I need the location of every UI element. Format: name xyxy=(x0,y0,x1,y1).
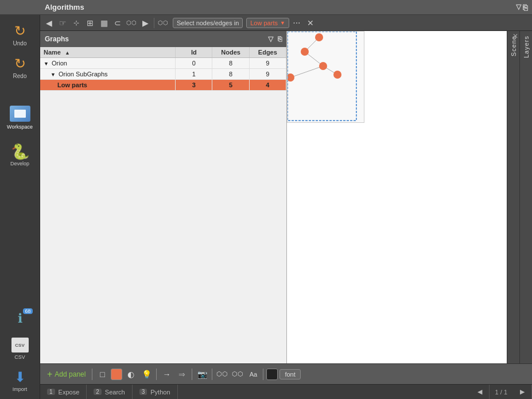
info-icon: ℹ 68 xyxy=(10,309,30,328)
nodes-tool-icon[interactable]: ⬡⬡ xyxy=(215,367,229,381)
lasso-icon[interactable]: ⊂ xyxy=(111,17,124,29)
develop-label: Develop xyxy=(10,161,29,166)
middle-area: Graphs ▽ ⎘ Name ▲ Id xyxy=(40,31,532,363)
nav-next-button[interactable]: ▶ xyxy=(513,385,532,400)
text-layout-icon[interactable]: Aa xyxy=(246,367,260,381)
sidebar-bottom: ℹ 68 CSV CSV ⬇ Import xyxy=(0,304,40,399)
graphs-title: Graphs xyxy=(45,35,69,43)
import-button[interactable]: ⬇ Import xyxy=(3,366,37,394)
status-tab-expose[interactable]: 1 Expose xyxy=(40,385,87,400)
bulb-icon[interactable]: 💡 xyxy=(139,367,153,381)
graph-name-text: Low parts xyxy=(250,20,278,26)
undo-icon: ↺ xyxy=(10,22,30,40)
more-options-button[interactable]: ··· xyxy=(290,17,303,29)
sort-arrow: ▲ xyxy=(65,50,70,56)
workspace-icon xyxy=(10,104,30,123)
tree-collapse-icon: ▼ xyxy=(44,61,49,67)
select-nodes-label: Select nodes/edges in xyxy=(173,18,243,28)
nodes-icon[interactable]: ⬡⬡ xyxy=(125,17,138,29)
algo-link-icon[interactable]: ⎘ xyxy=(523,3,527,12)
camera-icon[interactable]: 📷 xyxy=(195,367,209,381)
graphs-collapse-icon[interactable]: ▽ xyxy=(268,35,273,43)
row-id: 1 xyxy=(176,69,212,80)
left-top-bar xyxy=(0,0,40,15)
font-button[interactable]: font xyxy=(279,369,300,379)
play-icon[interactable]: ▶ xyxy=(139,17,152,29)
badge-button[interactable]: ℹ 68 xyxy=(3,307,37,330)
undo-label: Undo xyxy=(13,40,27,47)
minimap xyxy=(287,31,364,123)
scene-panel: ✕ Scene xyxy=(507,31,519,363)
import-icon: ⬇ xyxy=(10,368,30,386)
svg-point-5 xyxy=(301,48,309,56)
nodes-icon-2[interactable]: ⬡⬡ xyxy=(157,17,169,29)
redo-button[interactable]: ↻ Redo xyxy=(3,52,37,82)
col-nodes-header[interactable]: Nodes xyxy=(212,47,249,58)
red-swatch[interactable] xyxy=(111,369,122,380)
table-row-selected[interactable]: Low parts 3 5 4 xyxy=(40,80,286,91)
tab1-label: Expose xyxy=(59,389,80,396)
svg-point-8 xyxy=(333,71,341,79)
algo-expand-icon[interactable]: ▽ xyxy=(516,3,521,12)
close-icon[interactable]: ✕ xyxy=(304,17,317,29)
row-id: 0 xyxy=(176,58,212,69)
row-id-selected: 3 xyxy=(176,80,212,91)
row-name-selected: Low parts xyxy=(40,80,176,91)
workspace-label: Workspace xyxy=(7,124,33,130)
bt-sep-3 xyxy=(212,369,212,380)
scene-label: Scene xyxy=(510,36,517,56)
nodes-tool-icon-2[interactable]: ⬡⬡ xyxy=(231,367,244,381)
add-panel-button[interactable]: + Add panel xyxy=(44,368,89,381)
col-id-header[interactable]: Id xyxy=(176,47,212,58)
black-swatch[interactable] xyxy=(266,369,278,380)
svg-line-2 xyxy=(290,66,323,78)
double-arrow-icon[interactable]: ⇒ xyxy=(175,367,189,381)
graphs-link-icon[interactable]: ⎘ xyxy=(278,35,282,43)
bt-sep-2 xyxy=(192,369,192,380)
table-row[interactable]: ▼ Orion SubGraphs 1 8 9 xyxy=(40,69,286,80)
right-area: Algorithms ▽ ⎘ ◀ ☞ ⊹ ⊞ ▦ ⊂ ⬡⬡ ▶ ⬡⬡ Selec… xyxy=(40,0,532,399)
status-tab-python[interactable]: 3 Python xyxy=(133,385,178,400)
row-edges: 9 xyxy=(249,69,286,80)
row-edges: 9 xyxy=(249,58,286,69)
csv-button[interactable]: CSV CSV xyxy=(3,334,37,362)
svg-point-6 xyxy=(319,62,327,70)
status-tab-search[interactable]: 2 Search xyxy=(87,385,132,400)
badge-count: 68 xyxy=(23,308,32,314)
row-nodes: 8 xyxy=(212,69,249,80)
workspace-button[interactable]: Workspace xyxy=(3,102,37,132)
redo-label: Redo xyxy=(13,73,27,79)
undo-button[interactable]: ↺ Undo xyxy=(3,20,37,49)
add-panel-label: Add panel xyxy=(55,370,86,378)
table-icon[interactable]: ▦ xyxy=(98,17,110,29)
row-nodes-selected: 5 xyxy=(212,80,249,91)
table-row[interactable]: ▼ Orion 0 8 9 xyxy=(40,58,286,69)
develop-button[interactable]: 🐍 Develop xyxy=(3,140,37,169)
pointer-icon[interactable]: ☞ xyxy=(56,17,69,29)
tree-collapse-icon: ▼ xyxy=(51,72,56,78)
graph-name-dropdown[interactable]: Low parts ▼ xyxy=(246,18,289,28)
minimap-svg xyxy=(288,32,364,123)
graphs-panel: Graphs ▽ ⎘ Name ▲ Id xyxy=(40,31,287,363)
algorithms-icons: ▽ ⎘ xyxy=(516,3,527,12)
arrow-right-icon[interactable]: → xyxy=(160,367,173,381)
col-edges-header[interactable]: Edges xyxy=(249,47,286,58)
nav-prev-button[interactable]: ◀ xyxy=(471,385,490,400)
col-name-header[interactable]: Name ▲ xyxy=(40,47,176,58)
layers-panel: Layers xyxy=(519,31,532,363)
top-toolbar: ◀ ☞ ⊹ ⊞ ▦ ⊂ ⬡⬡ ▶ ⬡⬡ Select nodes/edges i… xyxy=(40,15,532,31)
status-bar: 1 Expose 2 Search 3 Python ◀ 1 / 1 ▶ xyxy=(40,384,532,399)
nav-back-icon[interactable]: ◀ xyxy=(42,17,55,29)
row-name: ▼ Orion xyxy=(40,58,176,69)
color-wheel-icon[interactable]: ◐ xyxy=(124,367,138,381)
import-label: Import xyxy=(13,386,28,392)
bt-sep-1 xyxy=(156,369,157,380)
grid-icon[interactable]: ⊞ xyxy=(84,17,96,29)
csv-icon: CSV xyxy=(10,336,30,354)
row-edges-selected: 4 xyxy=(249,80,286,91)
row-name: ▼ Orion SubGraphs xyxy=(40,69,176,80)
cursor-icon[interactable]: ⊹ xyxy=(70,17,83,29)
canvas-area[interactable]: Mintaka Alnilam Alnitak Saiph Rigel xyxy=(287,31,507,363)
square-icon[interactable]: □ xyxy=(95,367,109,381)
layers-label: Layers xyxy=(523,36,530,58)
